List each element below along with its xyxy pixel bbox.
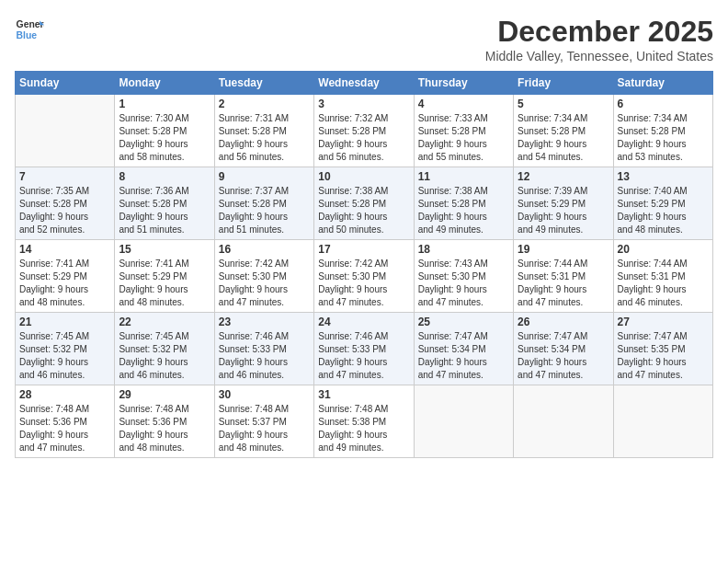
calendar-cell: 26Sunrise: 7:47 AM Sunset: 5:34 PM Dayli…	[514, 313, 613, 385]
day-info: Sunrise: 7:41 AM Sunset: 5:29 PM Dayligh…	[119, 258, 210, 309]
day-info: Sunrise: 7:46 AM Sunset: 5:33 PM Dayligh…	[219, 330, 310, 382]
calendar-cell: 5Sunrise: 7:34 AM Sunset: 5:28 PM Daylig…	[514, 95, 613, 167]
day-info: Sunrise: 7:48 AM Sunset: 5:38 PM Dayligh…	[318, 403, 409, 454]
calendar-cell: 12Sunrise: 7:39 AM Sunset: 5:29 PM Dayli…	[514, 167, 613, 240]
calendar-week-row: 14Sunrise: 7:41 AM Sunset: 5:29 PM Dayli…	[16, 240, 713, 313]
day-number: 29	[119, 388, 210, 401]
calendar-cell: 25Sunrise: 7:47 AM Sunset: 5:34 PM Dayli…	[414, 313, 513, 385]
day-number: 20	[618, 243, 709, 256]
svg-text:Blue: Blue	[17, 30, 38, 40]
calendar-cell: 10Sunrise: 7:38 AM Sunset: 5:28 PM Dayli…	[314, 167, 414, 240]
calendar-week-row: 7Sunrise: 7:35 AM Sunset: 5:28 PM Daylig…	[16, 167, 713, 240]
header-saturday: Saturday	[613, 72, 712, 95]
calendar-cell: 30Sunrise: 7:48 AM Sunset: 5:37 PM Dayli…	[214, 385, 313, 458]
day-number: 22	[119, 316, 210, 328]
day-info: Sunrise: 7:45 AM Sunset: 5:32 PM Dayligh…	[119, 330, 210, 382]
calendar-week-row: 1Sunrise: 7:30 AM Sunset: 5:28 PM Daylig…	[16, 95, 713, 167]
header-sunday: Sunday	[16, 72, 115, 95]
day-info: Sunrise: 7:38 AM Sunset: 5:28 PM Dayligh…	[318, 185, 409, 236]
calendar-cell: 8Sunrise: 7:36 AM Sunset: 5:28 PM Daylig…	[115, 167, 214, 240]
day-number: 21	[19, 316, 110, 328]
day-number: 8	[119, 170, 210, 183]
calendar-cell: 23Sunrise: 7:46 AM Sunset: 5:33 PM Dayli…	[214, 313, 313, 385]
day-number: 10	[318, 170, 409, 183]
calendar-cell: 7Sunrise: 7:35 AM Sunset: 5:28 PM Daylig…	[16, 167, 115, 240]
day-number: 2	[219, 98, 310, 110]
header-monday: Monday	[115, 72, 214, 95]
day-info: Sunrise: 7:42 AM Sunset: 5:30 PM Dayligh…	[219, 258, 310, 309]
logo-icon: General Blue	[15, 15, 44, 44]
day-info: Sunrise: 7:47 AM Sunset: 5:34 PM Dayligh…	[518, 330, 609, 382]
calendar-cell	[16, 95, 115, 167]
header-tuesday: Tuesday	[214, 72, 313, 95]
day-number: 9	[219, 170, 310, 183]
day-number: 19	[518, 243, 609, 256]
header-wednesday: Wednesday	[314, 72, 414, 95]
day-number: 3	[318, 98, 409, 110]
day-info: Sunrise: 7:34 AM Sunset: 5:28 PM Dayligh…	[518, 112, 609, 164]
calendar-cell: 15Sunrise: 7:41 AM Sunset: 5:29 PM Dayli…	[115, 240, 214, 313]
day-info: Sunrise: 7:47 AM Sunset: 5:35 PM Dayligh…	[618, 330, 709, 382]
day-info: Sunrise: 7:38 AM Sunset: 5:28 PM Dayligh…	[418, 185, 509, 236]
header-friday: Friday	[514, 72, 613, 95]
calendar-cell: 11Sunrise: 7:38 AM Sunset: 5:28 PM Dayli…	[414, 167, 513, 240]
day-info: Sunrise: 7:36 AM Sunset: 5:28 PM Dayligh…	[119, 185, 210, 236]
day-number: 15	[119, 243, 210, 256]
calendar-cell	[613, 385, 712, 458]
day-number: 31	[318, 388, 409, 401]
day-info: Sunrise: 7:42 AM Sunset: 5:30 PM Dayligh…	[318, 258, 409, 309]
day-info: Sunrise: 7:43 AM Sunset: 5:30 PM Dayligh…	[418, 258, 509, 309]
day-number: 24	[318, 316, 409, 328]
header-thursday: Thursday	[414, 72, 513, 95]
calendar-cell: 20Sunrise: 7:44 AM Sunset: 5:31 PM Dayli…	[613, 240, 712, 313]
day-info: Sunrise: 7:48 AM Sunset: 5:36 PM Dayligh…	[119, 403, 210, 454]
day-number: 16	[219, 243, 310, 256]
calendar-cell	[414, 385, 513, 458]
calendar-table: SundayMondayTuesdayWednesdayThursdayFrid…	[15, 71, 713, 458]
day-number: 12	[518, 170, 609, 183]
day-number: 23	[219, 316, 310, 328]
day-info: Sunrise: 7:48 AM Sunset: 5:36 PM Dayligh…	[19, 403, 110, 454]
day-info: Sunrise: 7:44 AM Sunset: 5:31 PM Dayligh…	[618, 258, 709, 309]
day-info: Sunrise: 7:39 AM Sunset: 5:29 PM Dayligh…	[518, 185, 609, 236]
calendar-cell: 24Sunrise: 7:46 AM Sunset: 5:33 PM Dayli…	[314, 313, 414, 385]
logo: General Blue	[15, 15, 44, 44]
day-info: Sunrise: 7:34 AM Sunset: 5:28 PM Dayligh…	[618, 112, 709, 164]
day-info: Sunrise: 7:45 AM Sunset: 5:32 PM Dayligh…	[19, 330, 110, 382]
day-number: 5	[518, 98, 609, 110]
day-number: 28	[19, 388, 110, 401]
title-block: December 2025 Middle Valley, Tennessee, …	[485, 15, 713, 63]
calendar-cell: 13Sunrise: 7:40 AM Sunset: 5:29 PM Dayli…	[613, 167, 712, 240]
day-number: 14	[19, 243, 110, 256]
calendar-cell: 29Sunrise: 7:48 AM Sunset: 5:36 PM Dayli…	[115, 385, 214, 458]
day-number: 27	[618, 316, 709, 328]
day-info: Sunrise: 7:31 AM Sunset: 5:28 PM Dayligh…	[219, 112, 310, 164]
calendar-cell: 3Sunrise: 7:32 AM Sunset: 5:28 PM Daylig…	[314, 95, 414, 167]
day-number: 1	[119, 98, 210, 110]
day-info: Sunrise: 7:44 AM Sunset: 5:31 PM Dayligh…	[518, 258, 609, 309]
calendar-cell: 16Sunrise: 7:42 AM Sunset: 5:30 PM Dayli…	[214, 240, 313, 313]
day-number: 7	[19, 170, 110, 183]
day-info: Sunrise: 7:47 AM Sunset: 5:34 PM Dayligh…	[418, 330, 509, 382]
calendar-cell: 6Sunrise: 7:34 AM Sunset: 5:28 PM Daylig…	[613, 95, 712, 167]
calendar-cell: 4Sunrise: 7:33 AM Sunset: 5:28 PM Daylig…	[414, 95, 513, 167]
page-header: General Blue December 2025 Middle Valley…	[15, 15, 713, 63]
calendar-cell: 9Sunrise: 7:37 AM Sunset: 5:28 PM Daylig…	[214, 167, 313, 240]
calendar-week-row: 28Sunrise: 7:48 AM Sunset: 5:36 PM Dayli…	[16, 385, 713, 458]
day-number: 26	[518, 316, 609, 328]
day-number: 11	[418, 170, 509, 183]
day-info: Sunrise: 7:33 AM Sunset: 5:28 PM Dayligh…	[418, 112, 509, 164]
calendar-cell	[514, 385, 613, 458]
day-info: Sunrise: 7:30 AM Sunset: 5:28 PM Dayligh…	[119, 112, 210, 164]
day-number: 30	[219, 388, 310, 401]
calendar-cell: 14Sunrise: 7:41 AM Sunset: 5:29 PM Dayli…	[16, 240, 115, 313]
calendar-week-row: 21Sunrise: 7:45 AM Sunset: 5:32 PM Dayli…	[16, 313, 713, 385]
day-number: 18	[418, 243, 509, 256]
calendar-header-row: SundayMondayTuesdayWednesdayThursdayFrid…	[16, 72, 713, 95]
day-info: Sunrise: 7:41 AM Sunset: 5:29 PM Dayligh…	[19, 258, 110, 309]
day-info: Sunrise: 7:40 AM Sunset: 5:29 PM Dayligh…	[618, 185, 709, 236]
calendar-cell: 17Sunrise: 7:42 AM Sunset: 5:30 PM Dayli…	[314, 240, 414, 313]
day-number: 4	[418, 98, 509, 110]
calendar-cell: 2Sunrise: 7:31 AM Sunset: 5:28 PM Daylig…	[214, 95, 313, 167]
day-info: Sunrise: 7:37 AM Sunset: 5:28 PM Dayligh…	[219, 185, 310, 236]
